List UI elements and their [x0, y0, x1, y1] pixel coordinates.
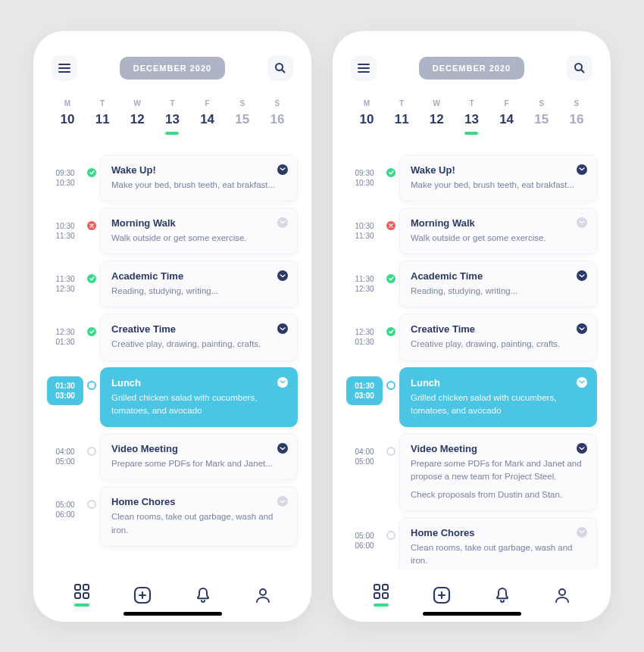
event-card[interactable]: LunchGrilled chicken salad with cucumber…	[100, 367, 298, 428]
event-card[interactable]: LunchGrilled chicken salad with cucumber…	[399, 367, 597, 428]
chevron-down-icon[interactable]	[577, 377, 587, 388]
event-card[interactable]: Academic TimeReading, studying, writing.…	[399, 260, 597, 307]
chevron-down-icon[interactable]	[577, 443, 587, 454]
time-chip: 10:3011:30	[346, 217, 383, 245]
time-start: 04:00	[50, 447, 80, 457]
day-15[interactable]: S15	[227, 99, 258, 135]
time-start: 01:30	[50, 381, 80, 391]
time-start: 12:30	[349, 327, 380, 337]
status-dot-empty	[87, 500, 96, 509]
chevron-down-icon[interactable]	[277, 217, 288, 228]
event-description: Reading, studying, writing...	[411, 285, 586, 298]
time-chip: 05:0006:00	[346, 526, 383, 555]
chevron-down-icon[interactable]	[277, 377, 288, 388]
nav-profile[interactable]	[554, 587, 571, 604]
event-card[interactable]: Creative TimeCreative play, drawing, pai…	[399, 314, 597, 360]
week-row: M10T11W12T13F14S15S16	[333, 93, 611, 148]
time-end: 11:30	[349, 231, 380, 241]
event-description: Make your bed, brush teeth, eat brakfast…	[411, 179, 586, 192]
topbar: DECEMBER 2020	[333, 31, 611, 93]
nav-add[interactable]	[133, 586, 152, 604]
time-end: 03:00	[349, 391, 380, 401]
time-start: 09:30	[349, 168, 380, 178]
day-number: 13	[165, 112, 180, 127]
day-15[interactable]: S15	[526, 99, 558, 135]
event-card[interactable]: Academic TimeReading, studying, writing.…	[100, 260, 298, 307]
menu-button[interactable]	[351, 55, 377, 81]
time-column: 01:3003:00	[346, 367, 383, 405]
day-of-week-label: W	[433, 99, 440, 108]
month-selector[interactable]: DECEMBER 2020	[120, 57, 225, 80]
chevron-down-icon[interactable]	[277, 270, 288, 281]
event-title: Academic Time	[411, 270, 586, 282]
svg-rect-11	[383, 593, 388, 598]
time-end: 01:30	[50, 337, 80, 347]
time-start: 09:30	[50, 168, 80, 178]
event-title: Lunch	[411, 377, 586, 388]
chevron-down-icon[interactable]	[577, 217, 587, 228]
day-number: 13	[464, 112, 479, 127]
status-column	[383, 433, 399, 456]
day-10[interactable]: M10	[351, 99, 383, 135]
event-card[interactable]: Wake Up!Make your bed, brush teeth, eat …	[100, 154, 298, 201]
day-14[interactable]: F14	[192, 99, 224, 135]
day-13[interactable]: T13	[455, 99, 487, 135]
menu-button[interactable]	[52, 55, 77, 81]
svg-rect-2	[83, 585, 89, 590]
search-button[interactable]	[267, 55, 293, 81]
event-card[interactable]: Video MeetingPrepare some PDFs for Mark …	[100, 433, 298, 480]
event-description: Make your bed, brush teeth, eat brakfast…	[111, 179, 286, 192]
day-11[interactable]: T11	[386, 99, 417, 135]
day-of-week-label: M	[64, 99, 70, 108]
day-of-week-label: T	[469, 99, 474, 108]
time-column: 05:0006:00	[346, 517, 383, 555]
day-12[interactable]: W12	[121, 99, 153, 135]
time-column: 11:3012:30	[346, 260, 383, 298]
status-column	[83, 314, 100, 336]
time-chip: 09:3010:30	[47, 164, 83, 192]
event-card[interactable]: Home ChoresClean rooms, take out garbage…	[399, 517, 597, 569]
day-10[interactable]: M10	[52, 99, 83, 135]
nav-home[interactable]	[73, 583, 90, 607]
bell-icon	[494, 587, 511, 604]
chevron-down-icon[interactable]	[277, 443, 288, 454]
day-16[interactable]: S16	[561, 99, 592, 135]
day-number: 12	[430, 112, 444, 127]
event-row: 05:0006:00Home ChoresClean rooms, take o…	[346, 517, 597, 569]
nav-profile[interactable]	[255, 587, 271, 604]
day-11[interactable]: T11	[86, 99, 118, 135]
time-column: 10:3011:30	[47, 207, 83, 245]
event-card[interactable]: Morning WalkWalk outside or get some exe…	[399, 207, 597, 254]
nav-home[interactable]	[373, 583, 389, 607]
event-card[interactable]: Home ChoresClean rooms, take out garbage…	[100, 486, 298, 547]
chevron-down-icon[interactable]	[577, 164, 587, 175]
event-row: 04:0005:00Video MeetingPrepare some PDFs…	[346, 433, 597, 511]
nav-notifications[interactable]	[195, 587, 211, 604]
status-column	[83, 260, 100, 283]
event-title: Creative Time	[111, 323, 286, 335]
month-selector[interactable]: DECEMBER 2020	[419, 57, 524, 80]
status-column	[83, 433, 100, 456]
event-list[interactable]: 09:3010:30Wake Up!Make your bed, brush t…	[333, 148, 611, 569]
event-card[interactable]: Morning WalkWalk outside or get some exe…	[100, 207, 298, 254]
home-indicator	[123, 612, 222, 616]
chevron-down-icon[interactable]	[277, 164, 288, 175]
event-card[interactable]: Video MeetingPrepare some PDFs for Mark …	[399, 433, 597, 511]
event-title: Morning Walk	[111, 217, 286, 229]
event-card[interactable]: Wake Up!Make your bed, brush teeth, eat …	[399, 154, 597, 201]
chevron-down-icon[interactable]	[577, 270, 587, 281]
event-row: 01:3003:00LunchGrilled chicken salad wit…	[47, 367, 298, 428]
search-button[interactable]	[567, 55, 592, 81]
day-of-week-label: M	[364, 99, 370, 108]
day-16[interactable]: S16	[261, 99, 293, 135]
day-14[interactable]: F14	[491, 99, 523, 135]
day-12[interactable]: W12	[420, 99, 452, 135]
chevron-down-icon[interactable]	[577, 527, 587, 538]
nav-add[interactable]	[433, 586, 451, 604]
event-row: 11:3012:30Academic TimeReading, studying…	[346, 260, 597, 307]
event-card[interactable]: Creative TimeCreative play, drawing, pai…	[100, 314, 298, 360]
event-list[interactable]: 09:3010:30Wake Up!Make your bed, brush t…	[33, 148, 311, 569]
phone-right: DECEMBER 2020 M10T11W12T13F14S15S16 09:3…	[333, 31, 611, 622]
nav-notifications[interactable]	[494, 587, 511, 604]
day-13[interactable]: T13	[156, 99, 188, 135]
